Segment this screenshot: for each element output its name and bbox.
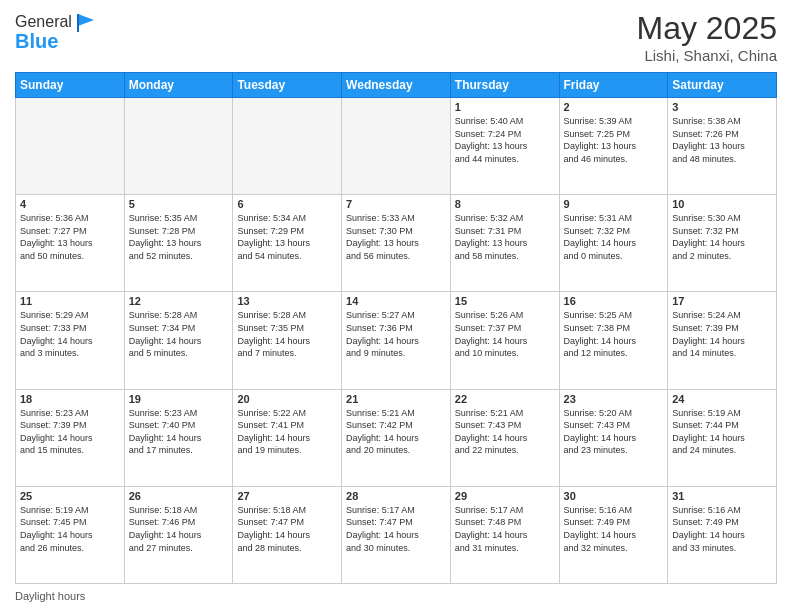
day-number: 2	[564, 101, 664, 113]
calendar-cell-3-1: 19Sunrise: 5:23 AM Sunset: 7:40 PM Dayli…	[124, 389, 233, 486]
day-number: 26	[129, 490, 229, 502]
day-info: Sunrise: 5:34 AM Sunset: 7:29 PM Dayligh…	[237, 212, 337, 262]
weekday-header-friday: Friday	[559, 73, 668, 98]
day-number: 29	[455, 490, 555, 502]
day-number: 3	[672, 101, 772, 113]
calendar-cell-2-0: 11Sunrise: 5:29 AM Sunset: 7:33 PM Dayli…	[16, 292, 125, 389]
week-row-2: 11Sunrise: 5:29 AM Sunset: 7:33 PM Dayli…	[16, 292, 777, 389]
day-info: Sunrise: 5:28 AM Sunset: 7:35 PM Dayligh…	[237, 309, 337, 359]
calendar-cell-0-1	[124, 98, 233, 195]
weekday-header-tuesday: Tuesday	[233, 73, 342, 98]
day-number: 14	[346, 295, 446, 307]
footer: Daylight hours	[15, 590, 777, 602]
calendar-cell-3-4: 22Sunrise: 5:21 AM Sunset: 7:43 PM Dayli…	[450, 389, 559, 486]
day-info: Sunrise: 5:35 AM Sunset: 7:28 PM Dayligh…	[129, 212, 229, 262]
day-number: 11	[20, 295, 120, 307]
month-title: May 2025	[636, 10, 777, 47]
day-info: Sunrise: 5:26 AM Sunset: 7:37 PM Dayligh…	[455, 309, 555, 359]
weekday-header-row: SundayMondayTuesdayWednesdayThursdayFrid…	[16, 73, 777, 98]
calendar-cell-0-2	[233, 98, 342, 195]
day-number: 21	[346, 393, 446, 405]
week-row-3: 18Sunrise: 5:23 AM Sunset: 7:39 PM Dayli…	[16, 389, 777, 486]
calendar-cell-3-0: 18Sunrise: 5:23 AM Sunset: 7:39 PM Dayli…	[16, 389, 125, 486]
day-info: Sunrise: 5:36 AM Sunset: 7:27 PM Dayligh…	[20, 212, 120, 262]
day-info: Sunrise: 5:17 AM Sunset: 7:47 PM Dayligh…	[346, 504, 446, 554]
day-number: 9	[564, 198, 664, 210]
calendar-cell-4-2: 27Sunrise: 5:18 AM Sunset: 7:47 PM Dayli…	[233, 486, 342, 583]
day-number: 20	[237, 393, 337, 405]
day-number: 16	[564, 295, 664, 307]
calendar-cell-2-4: 15Sunrise: 5:26 AM Sunset: 7:37 PM Dayli…	[450, 292, 559, 389]
title-block: May 2025 Lishi, Shanxi, China	[636, 10, 777, 64]
daylight-hours-label: Daylight hours	[15, 590, 85, 602]
calendar-cell-3-3: 21Sunrise: 5:21 AM Sunset: 7:42 PM Dayli…	[342, 389, 451, 486]
calendar-table: SundayMondayTuesdayWednesdayThursdayFrid…	[15, 72, 777, 584]
calendar-cell-1-5: 9Sunrise: 5:31 AM Sunset: 7:32 PM Daylig…	[559, 195, 668, 292]
day-info: Sunrise: 5:27 AM Sunset: 7:36 PM Dayligh…	[346, 309, 446, 359]
calendar-cell-1-2: 6Sunrise: 5:34 AM Sunset: 7:29 PM Daylig…	[233, 195, 342, 292]
calendar-cell-0-5: 2Sunrise: 5:39 AM Sunset: 7:25 PM Daylig…	[559, 98, 668, 195]
weekday-header-monday: Monday	[124, 73, 233, 98]
day-info: Sunrise: 5:22 AM Sunset: 7:41 PM Dayligh…	[237, 407, 337, 457]
day-number: 30	[564, 490, 664, 502]
day-number: 23	[564, 393, 664, 405]
calendar-cell-1-4: 8Sunrise: 5:32 AM Sunset: 7:31 PM Daylig…	[450, 195, 559, 292]
day-number: 5	[129, 198, 229, 210]
day-info: Sunrise: 5:19 AM Sunset: 7:44 PM Dayligh…	[672, 407, 772, 457]
calendar-cell-1-0: 4Sunrise: 5:36 AM Sunset: 7:27 PM Daylig…	[16, 195, 125, 292]
calendar-cell-2-2: 13Sunrise: 5:28 AM Sunset: 7:35 PM Dayli…	[233, 292, 342, 389]
day-number: 15	[455, 295, 555, 307]
day-number: 8	[455, 198, 555, 210]
day-info: Sunrise: 5:16 AM Sunset: 7:49 PM Dayligh…	[672, 504, 772, 554]
day-info: Sunrise: 5:16 AM Sunset: 7:49 PM Dayligh…	[564, 504, 664, 554]
calendar-cell-0-3	[342, 98, 451, 195]
week-row-0: 1Sunrise: 5:40 AM Sunset: 7:24 PM Daylig…	[16, 98, 777, 195]
day-info: Sunrise: 5:39 AM Sunset: 7:25 PM Dayligh…	[564, 115, 664, 165]
svg-marker-0	[78, 14, 94, 26]
calendar-cell-1-6: 10Sunrise: 5:30 AM Sunset: 7:32 PM Dayli…	[668, 195, 777, 292]
day-number: 12	[129, 295, 229, 307]
day-info: Sunrise: 5:24 AM Sunset: 7:39 PM Dayligh…	[672, 309, 772, 359]
calendar-cell-2-3: 14Sunrise: 5:27 AM Sunset: 7:36 PM Dayli…	[342, 292, 451, 389]
day-info: Sunrise: 5:21 AM Sunset: 7:42 PM Dayligh…	[346, 407, 446, 457]
day-number: 28	[346, 490, 446, 502]
day-number: 18	[20, 393, 120, 405]
calendar-cell-3-6: 24Sunrise: 5:19 AM Sunset: 7:44 PM Dayli…	[668, 389, 777, 486]
day-number: 1	[455, 101, 555, 113]
calendar-cell-2-6: 17Sunrise: 5:24 AM Sunset: 7:39 PM Dayli…	[668, 292, 777, 389]
day-number: 10	[672, 198, 772, 210]
day-number: 22	[455, 393, 555, 405]
header: General Blue May 2025 Lishi, Shanxi, Chi…	[15, 10, 777, 64]
logo: General Blue	[15, 10, 98, 53]
logo-blue-text: Blue	[15, 30, 58, 53]
calendar-cell-4-6: 31Sunrise: 5:16 AM Sunset: 7:49 PM Dayli…	[668, 486, 777, 583]
calendar-cell-2-1: 12Sunrise: 5:28 AM Sunset: 7:34 PM Dayli…	[124, 292, 233, 389]
day-info: Sunrise: 5:23 AM Sunset: 7:40 PM Dayligh…	[129, 407, 229, 457]
day-number: 17	[672, 295, 772, 307]
day-number: 31	[672, 490, 772, 502]
day-number: 25	[20, 490, 120, 502]
calendar-cell-4-5: 30Sunrise: 5:16 AM Sunset: 7:49 PM Dayli…	[559, 486, 668, 583]
weekday-header-saturday: Saturday	[668, 73, 777, 98]
calendar-cell-1-3: 7Sunrise: 5:33 AM Sunset: 7:30 PM Daylig…	[342, 195, 451, 292]
weekday-header-wednesday: Wednesday	[342, 73, 451, 98]
day-info: Sunrise: 5:29 AM Sunset: 7:33 PM Dayligh…	[20, 309, 120, 359]
day-info: Sunrise: 5:23 AM Sunset: 7:39 PM Dayligh…	[20, 407, 120, 457]
calendar-cell-4-4: 29Sunrise: 5:17 AM Sunset: 7:48 PM Dayli…	[450, 486, 559, 583]
day-number: 6	[237, 198, 337, 210]
svg-rect-1	[77, 14, 79, 32]
day-number: 7	[346, 198, 446, 210]
weekday-header-sunday: Sunday	[16, 73, 125, 98]
day-number: 19	[129, 393, 229, 405]
day-number: 24	[672, 393, 772, 405]
day-info: Sunrise: 5:31 AM Sunset: 7:32 PM Dayligh…	[564, 212, 664, 262]
calendar-cell-0-0	[16, 98, 125, 195]
day-info: Sunrise: 5:33 AM Sunset: 7:30 PM Dayligh…	[346, 212, 446, 262]
calendar-cell-0-6: 3Sunrise: 5:38 AM Sunset: 7:26 PM Daylig…	[668, 98, 777, 195]
weekday-header-thursday: Thursday	[450, 73, 559, 98]
logo-flag-icon	[74, 10, 98, 34]
calendar-cell-2-5: 16Sunrise: 5:25 AM Sunset: 7:38 PM Dayli…	[559, 292, 668, 389]
calendar-cell-4-1: 26Sunrise: 5:18 AM Sunset: 7:46 PM Dayli…	[124, 486, 233, 583]
calendar-cell-4-3: 28Sunrise: 5:17 AM Sunset: 7:47 PM Dayli…	[342, 486, 451, 583]
location: Lishi, Shanxi, China	[636, 47, 777, 64]
